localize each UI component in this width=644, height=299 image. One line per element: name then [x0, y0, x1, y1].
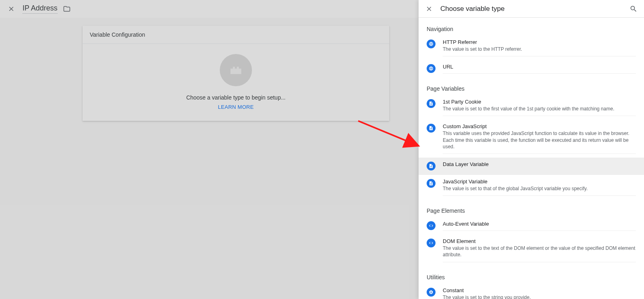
section-label: Navigation — [419, 18, 644, 35]
section-label: Page Variables — [419, 77, 644, 95]
row-title: 1st Party Cookie — [443, 99, 636, 105]
row-title: JavaScript Variable — [443, 179, 636, 185]
section-label: Page Elements — [419, 199, 644, 217]
section-label: Utilities — [419, 266, 644, 284]
row-desc: The value is set to the string you provi… — [443, 294, 636, 299]
row-desc: This variable uses the provided JavaScri… — [443, 130, 636, 150]
variable-type-row[interactable]: Data Layer Variable — [419, 158, 644, 175]
globe-icon — [427, 64, 436, 73]
doc-icon — [427, 124, 436, 133]
row-title: Auto-Event Variable — [443, 221, 636, 227]
row-title: DOM Element — [443, 238, 636, 244]
row-title: URL — [443, 64, 636, 70]
row-title: HTTP Referrer — [443, 39, 636, 45]
variable-type-row[interactable]: Auto-Event Variable — [419, 217, 644, 235]
row-desc: The value is set to that of the global J… — [443, 185, 636, 192]
globe-icon — [427, 39, 436, 48]
row-desc: The value is set to the HTTP referrer. — [443, 46, 636, 52]
gear-icon — [427, 288, 436, 297]
row-desc: The value is set to the first value of t… — [443, 106, 636, 112]
row-desc: The value is set to the text of the DOM … — [443, 245, 636, 258]
variable-type-row[interactable]: ConstantThe value is set to the string y… — [419, 284, 644, 299]
variable-type-row[interactable]: Custom JavaScriptThis variable uses the … — [419, 120, 644, 158]
doc-icon — [427, 99, 436, 108]
code-icon — [427, 239, 436, 247]
variable-type-row[interactable]: JavaScript VariableThe value is set to t… — [419, 175, 644, 199]
search-icon[interactable] — [630, 5, 638, 13]
variable-type-row[interactable]: HTTP ReferrerThe value is set to the HTT… — [419, 35, 644, 60]
panel-close-icon[interactable] — [425, 5, 433, 13]
code-icon — [427, 221, 436, 230]
doc-icon — [427, 162, 436, 170]
panel-title: Choose variable type — [440, 5, 630, 13]
variable-type-row[interactable]: DOM ElementThe value is set to the text … — [419, 235, 644, 266]
variable-type-row[interactable]: 1st Party CookieThe value is set to the … — [419, 95, 644, 120]
row-title: Constant — [443, 287, 636, 293]
variable-type-panel: Choose variable type NavigationHTTP Refe… — [419, 0, 644, 299]
variable-type-row[interactable]: URL — [419, 60, 644, 77]
doc-icon — [427, 179, 436, 188]
row-title: Data Layer Variable — [443, 161, 636, 167]
row-title: Custom JavaScript — [443, 123, 636, 129]
